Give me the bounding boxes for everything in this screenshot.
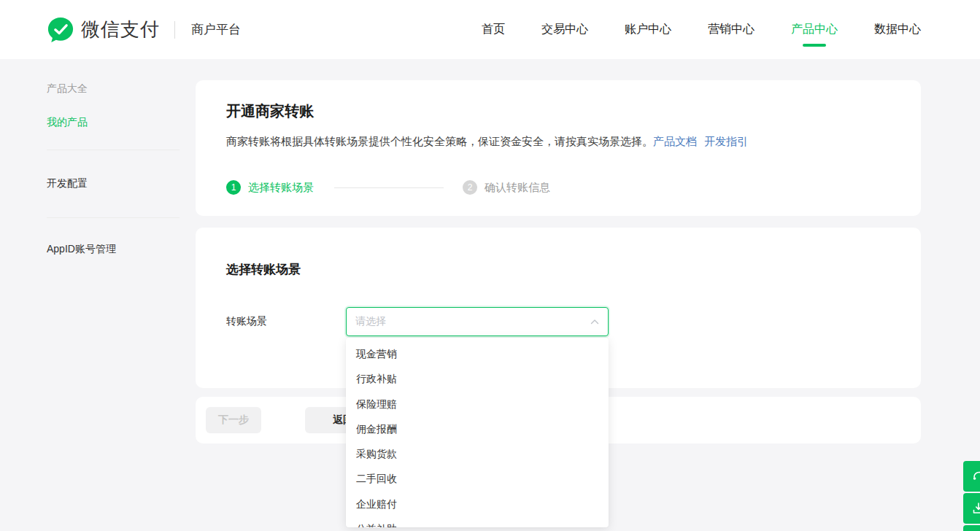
dropdown-option-commission[interactable]: 佣金报酬 — [346, 416, 609, 441]
wechat-pay-logo-icon — [47, 16, 74, 44]
product-doc-link[interactable]: 产品文档 — [653, 135, 697, 147]
sidebar-divider — [47, 150, 180, 150]
nav-item-transactions[interactable]: 交易中心 — [541, 0, 588, 59]
top-nav: 首页 交易中心 账户中心 营销中心 产品中心 数据中心 — [482, 0, 921, 59]
dropdown-option-secondhand-recycle[interactable]: 二手回收 — [346, 466, 609, 491]
step-1: 1 选择转账场景 — [226, 180, 314, 195]
next-step-button[interactable]: 下一步 — [206, 407, 261, 433]
sidebar-item-product-catalog[interactable]: 产品大全 — [47, 81, 180, 96]
page-description: 商家转账将根据具体转账场景提供个性化安全策略，保证资金安全，请按真实场景选择。产… — [226, 133, 892, 150]
sidebar-item-appid-management[interactable]: AppID账号管理 — [47, 241, 180, 256]
main-content: 开通商家转账 商家转账将根据具体转账场景提供个性化安全策略，保证资金安全，请按真… — [196, 80, 921, 443]
floating-toolbar — [963, 461, 980, 531]
dropdown-option-cash-marketing[interactable]: 现金营销 — [346, 341, 609, 366]
step-indicator: 1 选择转账场景 2 确认转账信息 — [226, 180, 892, 195]
step-2-label: 确认转账信息 — [485, 181, 550, 195]
header: 微信支付 商户平台 首页 交易中心 账户中心 营销中心 产品中心 数据中心 — [0, 0, 980, 59]
step-1-number: 1 — [226, 180, 241, 195]
step-1-label: 选择转账场景 — [248, 181, 314, 195]
chevron-up-icon — [590, 319, 599, 325]
transfer-scene-field-row: 转账场景 请选择 现金营销 行政补贴 保险理赔 佣金报酬 采购货款 二手回收 企… — [226, 307, 890, 336]
dropdown-option-procurement[interactable]: 采购货款 — [346, 441, 609, 466]
section-heading: 选择转账场景 — [226, 261, 890, 279]
select-placeholder: 请选择 — [355, 315, 590, 328]
step-2-number: 2 — [463, 180, 477, 195]
scene-form-card: 选择转账场景 转账场景 请选择 现金营销 行政补贴 保险理赔 佣金报酬 采购货款… — [196, 228, 921, 388]
transfer-scene-dropdown: 现金营销 行政补贴 保险理赔 佣金报酬 采购货款 二手回收 企业赔付 公益补助 — [346, 338, 609, 527]
nav-item-data[interactable]: 数据中心 — [874, 0, 921, 59]
logo-text: 微信支付 — [81, 17, 160, 42]
dropdown-option-partial[interactable]: 公益补助 — [346, 516, 609, 527]
dropdown-option-enterprise-compensation[interactable]: 企业赔付 — [346, 492, 609, 516]
nav-item-account[interactable]: 账户中心 — [625, 0, 671, 59]
portal-name: 商户平台 — [191, 21, 241, 38]
intro-card: 开通商家转账 商家转账将根据具体转账场景提供个性化安全策略，保证资金安全，请按真… — [196, 80, 921, 216]
nav-item-products[interactable]: 产品中心 — [791, 0, 838, 59]
description-text: 商家转账将根据具体转账场景提供个性化安全策略，保证资金安全，请按真实场景选择。 — [226, 135, 653, 147]
transfer-scene-select[interactable]: 请选择 — [346, 307, 609, 336]
page-title: 开通商家转账 — [226, 101, 892, 121]
feedback-icon — [971, 501, 980, 516]
nav-item-home[interactable]: 首页 — [482, 0, 505, 59]
nav-item-marketing[interactable]: 营销中心 — [708, 0, 755, 59]
transfer-scene-label: 转账场景 — [226, 315, 346, 328]
dev-guide-link[interactable]: 开发指引 — [704, 135, 748, 147]
step-connector-line — [334, 187, 444, 188]
customer-service-button[interactable] — [963, 461, 980, 492]
sidebar: 产品大全 我的产品 开发配置 AppID账号管理 — [47, 81, 180, 256]
logo-divider — [174, 21, 175, 39]
dropdown-option-admin-subsidy[interactable]: 行政补贴 — [346, 366, 609, 391]
dropdown-option-insurance-claim[interactable]: 保险理赔 — [346, 392, 609, 416]
feedback-button[interactable] — [963, 493, 980, 524]
brand-logo[interactable]: 微信支付 商户平台 — [47, 16, 241, 44]
sidebar-divider — [47, 217, 180, 218]
step-2: 2 确认转账信息 — [463, 180, 550, 195]
customer-service-icon — [971, 469, 980, 484]
sidebar-item-dev-config[interactable]: 开发配置 — [47, 176, 180, 190]
transfer-scene-select-wrap: 请选择 现金营销 行政补贴 保险理赔 佣金报酬 采购货款 二手回收 企业赔付 公… — [346, 307, 609, 336]
more-tools-button[interactable] — [963, 525, 980, 531]
sidebar-item-my-products[interactable]: 我的产品 — [47, 115, 180, 129]
